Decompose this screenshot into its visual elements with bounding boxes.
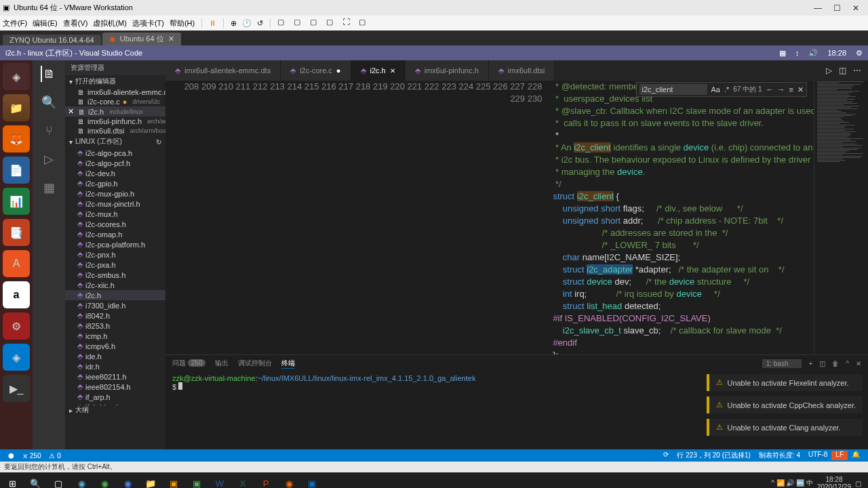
file-item[interactable]: ⬘ i7300_idle.h	[65, 300, 165, 310]
minimap[interactable]	[814, 81, 868, 354]
editor-tab[interactable]: ⬘i2c-core.c●	[281, 60, 351, 81]
grid-icon[interactable]: ▦	[779, 49, 786, 58]
problems-tab[interactable]: 问题 250	[172, 359, 205, 368]
match-case-icon[interactable]: Aa	[711, 85, 720, 94]
menu-view[interactable]: 查看(V)	[63, 18, 88, 28]
taskbar-app[interactable]: 📁	[141, 474, 160, 488]
toolbar-icon[interactable]: ▢	[277, 18, 288, 28]
close-icon[interactable]: ✕	[856, 360, 861, 367]
file-item[interactable]: ⬘ icmpv6.h	[65, 341, 165, 351]
writer-button[interactable]: 📄	[3, 157, 30, 184]
new-terminal-icon[interactable]: +	[808, 360, 812, 367]
debug-console-tab[interactable]: 调试控制台	[238, 359, 272, 368]
file-item[interactable]: ⬘ i2c-smbus.h	[65, 270, 165, 280]
menu-file[interactable]: 文件(F)	[3, 18, 27, 28]
notification-toast[interactable]: ⚠ Unable to activate CppCheck analyzer.	[707, 396, 863, 413]
menu-help[interactable]: 帮助(H)	[170, 18, 195, 28]
toolbar-icon[interactable]: ▢	[294, 18, 304, 28]
fullscreen-icon[interactable]: ⛶	[342, 18, 353, 28]
taskbar-app[interactable]: X	[233, 474, 252, 488]
software-button[interactable]: A	[3, 250, 30, 277]
notification-toast[interactable]: ⚠ Unable to activate Clang analyzer.	[707, 419, 863, 436]
shell-selector[interactable]: 1: bash	[762, 359, 802, 368]
firefox-button[interactable]: 🦊	[3, 125, 30, 152]
kill-terminal-icon[interactable]: 🗑	[832, 360, 839, 367]
terminal-tab[interactable]: 终端	[281, 359, 295, 369]
regex-icon[interactable]: .*	[724, 85, 729, 94]
open-editor-item[interactable]: ✕🗎i2c.hinclude/linux	[65, 106, 165, 117]
revert-icon[interactable]: ↺	[257, 19, 263, 28]
file-item[interactable]: ⬘ ide.h	[65, 351, 165, 361]
file-item[interactable]: ⬘ i2c-mux-gpio.h	[65, 188, 165, 199]
more-icon[interactable]: ⋯	[853, 66, 861, 75]
search-icon[interactable]: 🔍	[41, 94, 57, 110]
file-item[interactable]: ⬘ i2c-mux.h	[65, 209, 165, 219]
taskbar-app[interactable]: ◉	[72, 474, 91, 488]
close-icon[interactable]: ✕	[168, 35, 174, 43]
sound-icon[interactable]: 🔊	[808, 49, 818, 58]
open-editor-item[interactable]: 🗎imx6ul-pinfunc.harch/arm/...	[65, 117, 165, 126]
prev-match-icon[interactable]: ←	[766, 85, 774, 94]
terminal-button[interactable]: ▶_	[3, 375, 30, 402]
amazon-button[interactable]: a	[3, 281, 30, 308]
pause-icon[interactable]: ⏸	[209, 19, 216, 27]
search-button[interactable]: 🔍	[26, 474, 45, 488]
files-button[interactable]: 📁	[3, 94, 30, 121]
refresh-icon[interactable]: ↻	[156, 138, 161, 146]
gear-icon[interactable]: ⚙	[856, 49, 863, 58]
file-item[interactable]: ⬘ i8042.h	[65, 310, 165, 321]
status-sync[interactable]: ⟳	[659, 451, 673, 460]
file-item[interactable]: ⬘ icmp.h	[65, 331, 165, 341]
run-icon[interactable]: ▷	[826, 66, 832, 75]
file-item[interactable]: ⬘ i2c-algo-pcf.h	[65, 158, 165, 168]
code-editor[interactable]: Aa .* 67 中的 1 ← → ≡ ✕ 208 209 210 211 21…	[165, 81, 868, 354]
editor-tab[interactable]: ⬘imx6ull.dtsi	[489, 60, 555, 81]
status-cursor[interactable]: 行 223，列 20 (已选择1)	[673, 451, 754, 460]
maximize-button[interactable]: ☐	[827, 3, 846, 13]
file-item[interactable]: ⬘ ieee80211.h	[65, 371, 165, 382]
open-editor-item[interactable]: 🗎imx6ull-alientek-emmc.dts...	[65, 87, 165, 97]
start-button[interactable]: ⊞	[3, 474, 22, 488]
file-item[interactable]: ⬘ idr.h	[65, 361, 165, 371]
taskbar-app[interactable]: P	[256, 474, 275, 488]
explorer-icon[interactable]: 🗎	[41, 66, 57, 82]
settings-button[interactable]: ⚙	[3, 312, 30, 340]
file-item[interactable]: ⬘ i8253.h	[65, 321, 165, 331]
debug-icon[interactable]: ▷	[41, 151, 57, 167]
dash-button[interactable]: ◈	[3, 63, 30, 90]
split-icon[interactable]: ◫	[839, 66, 846, 75]
remote-icon[interactable]: ⬢	[4, 452, 18, 460]
find-input[interactable]	[639, 84, 707, 95]
status-eol[interactable]: LF	[831, 451, 848, 460]
menu-tabs[interactable]: 选项卡(T)	[132, 18, 164, 28]
file-item[interactable]: ⬘ i2c-algo-pca.h	[65, 148, 165, 158]
next-match-icon[interactable]: →	[778, 85, 785, 94]
file-item[interactable]: ⬘ i2c-ocores.h	[65, 219, 165, 229]
status-indent[interactable]: 制表符长度: 4	[755, 451, 804, 460]
file-item[interactable]: ⬘ i2c-mux-pinctrl.h	[65, 199, 165, 209]
open-editors-section[interactable]: ▾ 打开的编辑器	[65, 75, 165, 87]
outline-section[interactable]: ▸ 大纲	[65, 405, 165, 415]
calc-button[interactable]: 📊	[3, 188, 30, 215]
selection-icon[interactable]: ≡	[789, 85, 793, 94]
toolbar-icon[interactable]: ▢	[310, 18, 321, 28]
open-editor-item[interactable]: 🗎i2c-core.c●drivers/i2c	[65, 97, 165, 106]
maximize-icon[interactable]: ^	[846, 360, 849, 367]
toolbar-icon[interactable]: ▢	[326, 18, 337, 28]
file-item[interactable]: ⬘ if_arp.h	[65, 392, 165, 402]
menu-edit[interactable]: 编辑(E)	[33, 18, 58, 28]
editor-tab[interactable]: ⬘imx6ul-pinfunc.h	[406, 60, 489, 81]
close-icon[interactable]: ✕	[797, 85, 804, 94]
impress-button[interactable]: 📑	[3, 219, 30, 246]
scm-icon[interactable]: ⑂	[41, 123, 57, 139]
toolbar-icon[interactable]: ▢	[359, 18, 370, 28]
file-item[interactable]: ⬘ i2c-pnx.h	[65, 249, 165, 260]
taskbar-app[interactable]: ▣	[187, 474, 206, 488]
file-item[interactable]: ⬘ i2c-dev.h	[65, 168, 165, 178]
file-item[interactable]: ⬘ i2c.h	[65, 290, 165, 300]
status-errors[interactable]: ⨯ 250	[18, 452, 45, 460]
vm-tab[interactable]: ZYNQ Ubuntu 16.04.4-64	[3, 35, 101, 45]
file-item[interactable]: ⬘ i2c-pxa.h	[65, 260, 165, 270]
terminal-body[interactable]: zzk@zzk-virtual-machine:~/linux/IMX6ULL/…	[165, 371, 868, 449]
file-item[interactable]: ⬘ i2c-xiic.h	[65, 280, 165, 290]
